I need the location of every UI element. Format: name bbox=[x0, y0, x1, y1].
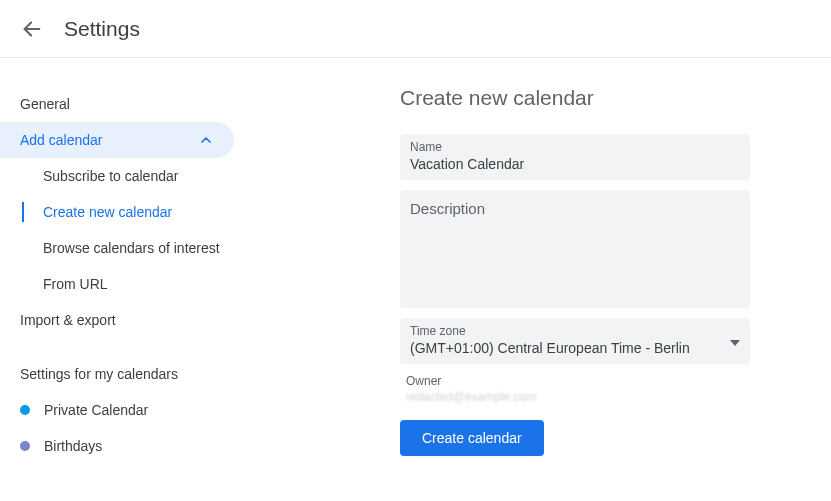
calendar-dot-icon bbox=[20, 405, 30, 415]
timezone-value: (GMT+01:00) Central European Time - Berl… bbox=[410, 340, 720, 356]
dropdown-arrow-icon bbox=[730, 333, 740, 349]
sidebar-sub-browse[interactable]: Browse calendars of interest bbox=[23, 230, 270, 266]
sidebar-sub-subscribe[interactable]: Subscribe to calendar bbox=[23, 158, 270, 194]
timezone-label: Time zone bbox=[410, 324, 720, 338]
sidebar-calendar-private[interactable]: Private Calendar bbox=[0, 392, 270, 428]
description-label: Description bbox=[410, 196, 740, 217]
sidebar-item-import-export[interactable]: Import & export bbox=[0, 302, 270, 338]
sidebar-sub-from-url[interactable]: From URL bbox=[23, 266, 270, 302]
owner-block: Owner redacted@example.com bbox=[406, 374, 791, 404]
name-label: Name bbox=[410, 140, 740, 154]
sidebar-sub-create-new[interactable]: Create new calendar bbox=[23, 194, 270, 230]
page-title-header: Settings bbox=[64, 17, 140, 41]
sidebar-heading-my-calendars: Settings for my calendars bbox=[0, 338, 270, 392]
chevron-up-icon bbox=[198, 132, 214, 148]
name-input[interactable] bbox=[410, 156, 740, 172]
page-title: Create new calendar bbox=[400, 86, 791, 110]
owner-value: redacted@example.com bbox=[406, 390, 791, 404]
sidebar-item-add-calendar[interactable]: Add calendar bbox=[0, 122, 234, 158]
back-arrow-icon[interactable] bbox=[20, 17, 44, 41]
calendar-dot-icon bbox=[20, 441, 30, 451]
header: Settings bbox=[0, 0, 831, 58]
sidebar: General Add calendar Subscribe to calend… bbox=[0, 58, 270, 501]
sidebar-calendar-label: Private Calendar bbox=[44, 402, 148, 418]
main-content: Create new calendar Name Description Tim… bbox=[270, 58, 831, 501]
name-field[interactable]: Name bbox=[400, 134, 750, 180]
sidebar-item-label: Add calendar bbox=[20, 132, 103, 148]
timezone-field[interactable]: Time zone (GMT+01:00) Central European T… bbox=[400, 318, 750, 364]
owner-label: Owner bbox=[406, 374, 791, 388]
create-calendar-button[interactable]: Create calendar bbox=[400, 420, 544, 456]
description-field[interactable]: Description bbox=[400, 190, 750, 308]
sidebar-calendar-birthdays[interactable]: Birthdays bbox=[0, 428, 270, 464]
sidebar-item-general[interactable]: General bbox=[0, 86, 270, 122]
sidebar-calendar-label: Birthdays bbox=[44, 438, 102, 454]
